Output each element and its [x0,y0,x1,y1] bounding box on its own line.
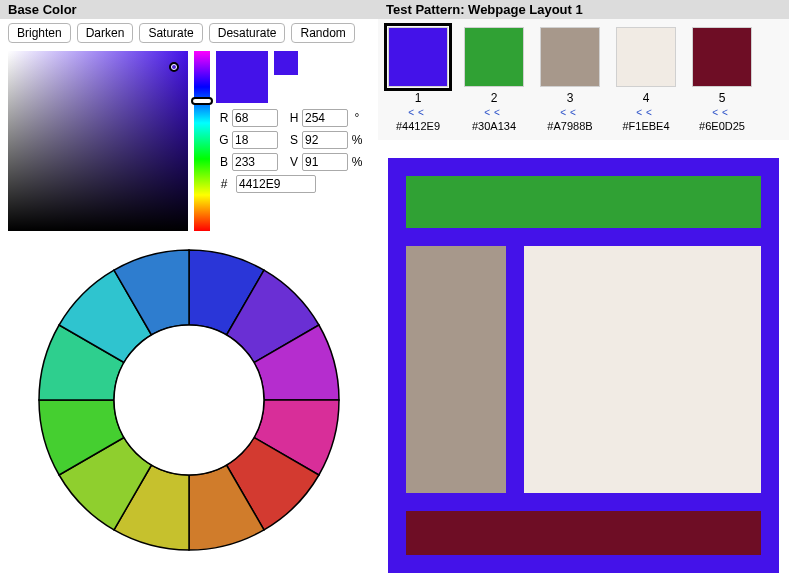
color-wheel-wrap [0,235,378,583]
palette-cell: 5<<#6E0D25 [692,27,752,132]
pattern-footer [406,511,761,555]
label-hash: # [216,177,232,191]
darken-button[interactable]: Darken [77,23,134,43]
hue-cursor[interactable] [191,97,213,105]
palette-hex: #A7988B [547,120,592,132]
unit-pct2: % [350,155,364,169]
toolbar: Brighten Darken Saturate Desaturate Rand… [0,19,378,47]
preview-col: R H ° G S % B V % [216,51,370,231]
preview-small [274,51,298,75]
random-button[interactable]: Random [291,23,354,43]
left-pane: Base Color Brighten Darken Saturate Desa… [0,0,378,583]
color-wheel[interactable] [34,245,344,555]
right-title: Test Pattern: Webpage Layout 1 [378,0,789,19]
label-s: S [286,133,302,147]
input-v[interactable] [302,153,348,171]
right-pane: Test Pattern: Webpage Layout 1 1<<#4412E… [378,0,789,583]
palette-cell: 3<<#A7988B [540,27,600,132]
input-hex[interactable] [236,175,316,193]
palette-cell: 1<<#4412E9 [388,27,448,132]
palette-prev-icon[interactable]: << [408,107,428,118]
input-h[interactable] [302,109,348,127]
input-r[interactable] [232,109,278,127]
test-pattern [388,158,779,573]
palette-index: 3 [567,91,574,105]
pattern-main [524,246,761,493]
input-s[interactable] [302,131,348,149]
label-r: R [216,111,232,125]
value-fields: R H ° G S % B V % [216,109,370,193]
label-h: H [286,111,302,125]
palette-hex: #30A134 [472,120,516,132]
palette-swatch[interactable] [540,27,600,87]
unit-pct1: % [350,133,364,147]
palette-swatch[interactable] [616,27,676,87]
palette-index: 1 [415,91,422,105]
palette-prev-icon[interactable]: << [560,107,580,118]
desaturate-button[interactable]: Desaturate [209,23,286,43]
input-g[interactable] [232,131,278,149]
pattern-mid [406,246,761,493]
palette-prev-icon[interactable]: << [636,107,656,118]
label-v: V [286,155,302,169]
palette-swatch[interactable] [464,27,524,87]
palette-hex: #F1EBE4 [622,120,669,132]
palette-cell: 2<<#30A134 [464,27,524,132]
palette-hex: #4412E9 [396,120,440,132]
picker-area: R H ° G S % B V % [0,47,378,235]
palette-prev-icon[interactable]: << [484,107,504,118]
hue-bar[interactable] [194,51,210,231]
preview-large [216,51,268,103]
palette-prev-icon[interactable]: << [712,107,732,118]
wheel-hub [114,325,264,475]
pattern-header [406,176,761,228]
sv-picker[interactable] [8,51,188,231]
saturate-button[interactable]: Saturate [139,23,202,43]
palette-hex: #6E0D25 [699,120,745,132]
sv-cursor[interactable] [169,62,179,72]
pattern-sidebar [406,246,506,493]
palette-index: 4 [643,91,650,105]
palette-index: 2 [491,91,498,105]
palette-swatch[interactable] [692,27,752,87]
palette-index: 5 [719,91,726,105]
input-b[interactable] [232,153,278,171]
palette-cell: 4<<#F1EBE4 [616,27,676,132]
palette-swatch[interactable] [388,27,448,87]
brighten-button[interactable]: Brighten [8,23,71,43]
left-title: Base Color [0,0,378,19]
label-b: B [216,155,232,169]
label-g: G [216,133,232,147]
palette-strip: 1<<#4412E92<<#30A1343<<#A7988B4<<#F1EBE4… [378,19,789,140]
unit-deg: ° [350,111,364,125]
